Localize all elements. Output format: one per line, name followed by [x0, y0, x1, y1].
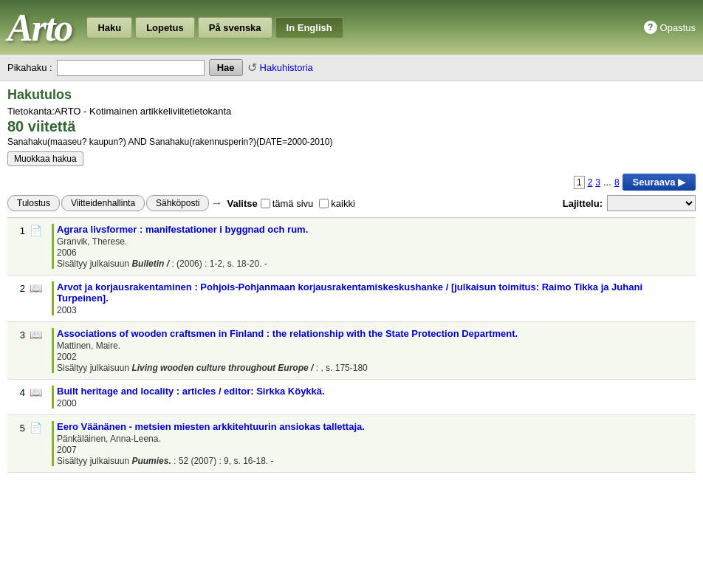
muokkaa-hakua-button[interactable]: Muokkaa hakua — [7, 151, 83, 166]
result-content: Agrara livsformer : manifestationer i by… — [52, 224, 696, 269]
viitteidenhallinta-tab[interactable]: Viitteidenhallinta — [61, 195, 145, 211]
tama-sivu-option[interactable]: tämä sivu — [261, 198, 314, 209]
toolbar: Tulostus Viitteidenhallinta Sähköposti →… — [7, 195, 696, 211]
result-year: 2006 — [57, 247, 696, 258]
db-info: Tietokanta:ARTO - Kotimainen artikkelivi… — [7, 106, 696, 117]
result-title-link[interactable]: Built heritage and locality : articles /… — [57, 386, 696, 397]
result-content: Built heritage and locality : articles /… — [52, 386, 696, 408]
logo: Arto — [7, 6, 72, 49]
help-label: Opastus — [660, 22, 696, 33]
pikahaku-label: Pikahaku : — [7, 62, 52, 73]
valitse-label: Valitse — [227, 198, 257, 209]
result-content: Eero Väänänen - metsien miesten arkkiteh… — [52, 421, 696, 466]
help-button[interactable]: ? Opastus — [644, 21, 696, 34]
result-title-link[interactable]: Eero Väänänen - metsien miesten arkkiteh… — [57, 421, 696, 432]
searchbar: Pikahaku : Hae ↺ Hakuhistoria — [0, 55, 703, 81]
nav-pa-svenska-button[interactable]: På svenska — [198, 17, 272, 38]
result-content: Associations of wooden craftsmen in Finl… — [52, 328, 696, 373]
hakuhistoria-link[interactable]: ↺ Hakuhistoria — [247, 61, 313, 75]
result-number: 4 — [7, 386, 30, 398]
result-year: 2000 — [57, 398, 696, 408]
result-number: 3 — [7, 328, 30, 341]
document-icon: 📄 — [30, 421, 47, 434]
hae-button[interactable]: Hae — [209, 59, 243, 76]
result-contains: Sisältyy julkaisuun Living wooden cultur… — [57, 363, 696, 373]
page-3[interactable]: 3 — [595, 177, 600, 188]
sort-select[interactable] — [607, 195, 696, 211]
kaikki-checkbox[interactable] — [319, 199, 329, 208]
query-text: Sanahaku(maaseu? kaupun?) AND Sanahaku(r… — [7, 137, 696, 147]
result-content: Arvot ja korjausrakentaminen : Pohjois-P… — [52, 281, 696, 315]
result-year: 2007 — [57, 445, 696, 455]
page-2[interactable]: 2 — [588, 177, 593, 188]
book-icon: 📖 — [30, 281, 47, 294]
nav-lopetus-button[interactable]: Lopetus — [135, 17, 195, 38]
nav-buttons: Haku Lopetus På svenska In English — [86, 17, 343, 38]
book-icon: 📖 — [30, 328, 47, 341]
hakutulos-title: Hakutulos — [7, 87, 696, 103]
main-content: Hakutulos Tietokanta:ARTO - Kotimainen a… — [0, 81, 703, 479]
result-author: Mattinen, Maire. — [57, 341, 696, 351]
result-title-link[interactable]: Associations of wooden craftsmen in Finl… — [57, 328, 696, 339]
result-contains: Sisältyy julkaisuun Bulletin / : (2006) … — [57, 259, 696, 269]
kaikki-label: kaikki — [331, 198, 355, 209]
page-1[interactable]: 1 — [574, 176, 585, 189]
document-icon: 📄 — [30, 224, 47, 236]
result-year: 2002 — [57, 352, 696, 362]
nav-in-english-button[interactable]: In English — [275, 17, 343, 38]
result-item: 2 📖 Arvot ja korjausrakentaminen : Pohjo… — [7, 276, 696, 322]
sort-label: Lajittelu: — [563, 198, 603, 209]
tama-sivu-checkbox[interactable] — [261, 199, 270, 208]
result-author: Pänkäläinen, Anna-Leena. — [57, 434, 696, 444]
result-title-link[interactable]: Agrara livsformer : manifestationer i by… — [57, 224, 696, 235]
result-number: 2 — [7, 281, 30, 294]
result-number: 5 — [7, 421, 30, 434]
page-8[interactable]: 8 — [614, 177, 620, 188]
result-item: 5 📄 Eero Väänänen - metsien miesten arkk… — [7, 415, 696, 473]
nav-haku-button[interactable]: Haku — [86, 17, 132, 38]
pagination-bar: 1 2 3 ... 8 Seuraava ▶ — [7, 174, 696, 191]
book-icon: 📖 — [30, 386, 47, 398]
hakuhistoria-label: Hakuhistoria — [260, 62, 313, 73]
results-list: 1 📄 Agrara livsformer : manifestationer … — [7, 217, 696, 473]
tulostus-tab[interactable]: Tulostus — [7, 195, 60, 211]
help-icon: ? — [644, 21, 657, 34]
history-icon: ↺ — [247, 61, 257, 75]
arrow-icon: → — [210, 196, 222, 210]
result-count: 80 viitettä — [7, 118, 696, 135]
result-number: 1 — [7, 224, 30, 236]
seuraava-button[interactable]: Seuraava ▶ — [623, 174, 696, 191]
result-author: Granvik, Therese. — [57, 236, 696, 247]
result-item: 1 📄 Agrara livsformer : manifestationer … — [7, 218, 696, 276]
result-item: 3 📖 Associations of wooden craftsmen in … — [7, 322, 696, 380]
sort-section: Lajittelu: — [563, 195, 696, 211]
result-title-link[interactable]: Arvot ja korjausrakentaminen : Pohjois-P… — [57, 281, 696, 304]
sahkoposti-tab[interactable]: Sähköposti — [146, 195, 209, 211]
tama-sivu-label: tämä sivu — [272, 198, 314, 209]
kaikki-option[interactable]: kaikki — [319, 198, 355, 209]
result-year: 2003 — [57, 305, 696, 315]
result-item: 4 📖 Built heritage and locality : articl… — [7, 380, 696, 415]
result-contains: Sisältyy julkaisuun Puumies. : 52 (2007)… — [57, 456, 696, 466]
header: Arto Haku Lopetus På svenska In English … — [0, 0, 703, 55]
page-ellipsis: ... — [603, 177, 611, 188]
search-input[interactable] — [57, 60, 205, 76]
